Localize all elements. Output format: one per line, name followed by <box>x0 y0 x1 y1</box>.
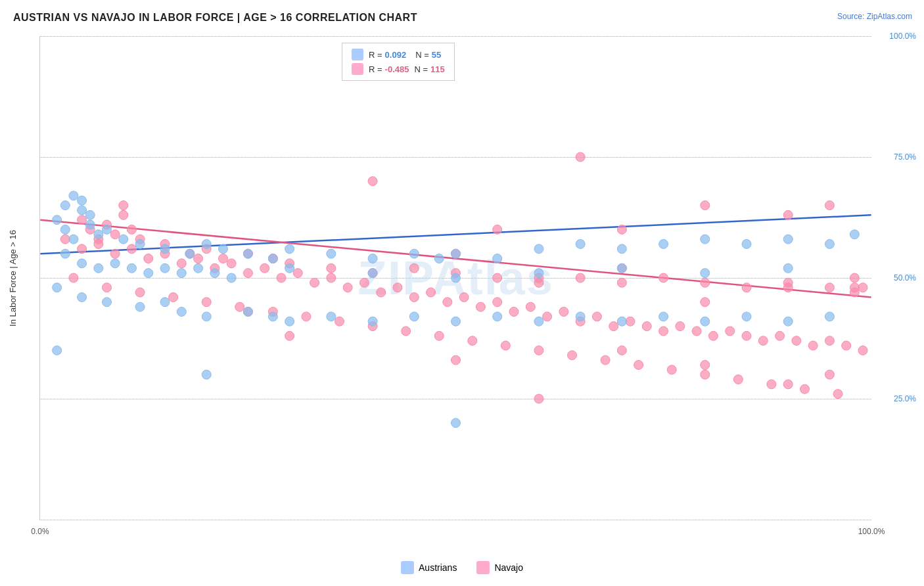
svg-point-170 <box>177 269 186 278</box>
svg-point-140 <box>135 239 145 248</box>
svg-point-113 <box>825 201 834 210</box>
svg-point-171 <box>194 263 203 273</box>
svg-point-154 <box>534 244 543 254</box>
y-tick-25: 25.0% <box>894 394 916 403</box>
legend-navajo: R = -0.485 N = 115 <box>352 63 445 75</box>
svg-point-54 <box>427 288 436 297</box>
svg-point-27 <box>742 283 751 292</box>
y-tick-50: 50.0% <box>894 273 916 282</box>
svg-point-163 <box>60 249 70 258</box>
svg-point-53 <box>409 292 419 302</box>
svg-point-72 <box>726 327 735 336</box>
x-tick-100: 100.0% <box>858 527 885 536</box>
svg-point-91 <box>402 327 411 336</box>
svg-point-102 <box>767 380 776 389</box>
svg-point-186 <box>103 298 112 307</box>
svg-point-153 <box>493 254 502 263</box>
svg-point-103 <box>800 384 810 394</box>
x-tick-0: 0.0% <box>31 527 49 536</box>
svg-point-60 <box>526 302 535 311</box>
svg-point-144 <box>219 244 228 254</box>
svg-point-88 <box>302 312 311 321</box>
svg-point-32 <box>60 235 70 244</box>
svg-point-128 <box>53 215 62 225</box>
svg-point-24 <box>617 278 626 287</box>
svg-point-7 <box>119 210 128 219</box>
svg-point-101 <box>733 375 743 384</box>
svg-point-29 <box>825 283 834 292</box>
svg-point-45 <box>277 273 286 282</box>
svg-point-135 <box>78 196 87 205</box>
svg-point-131 <box>78 206 87 215</box>
svg-point-35 <box>110 249 120 258</box>
svg-point-8 <box>127 225 136 234</box>
svg-point-100 <box>701 370 710 379</box>
svg-point-120 <box>825 370 834 379</box>
svg-point-71 <box>708 331 718 340</box>
navajo-swatch <box>352 63 363 75</box>
svg-point-201 <box>617 317 626 326</box>
svg-point-156 <box>617 244 626 254</box>
svg-point-44 <box>260 263 269 273</box>
svg-point-173 <box>227 273 236 282</box>
svg-point-13 <box>219 254 228 263</box>
chart-container: AUSTRIAN VS NAVAJO IN LABOR FORCE | AGE … <box>0 0 924 586</box>
svg-point-51 <box>377 288 386 297</box>
svg-point-175 <box>368 269 377 278</box>
svg-point-183 <box>451 418 461 428</box>
svg-point-47 <box>310 278 319 287</box>
svg-point-68 <box>659 327 668 336</box>
svg-point-6 <box>110 230 120 239</box>
svg-point-132 <box>85 220 95 229</box>
svg-point-141 <box>160 244 170 254</box>
svg-point-25 <box>659 273 668 282</box>
svg-point-56 <box>459 292 469 302</box>
svg-point-119 <box>783 380 793 389</box>
svg-point-142 <box>185 249 195 258</box>
legend-box: R = 0.092 N = 55 R = -0.485 N = 115 <box>342 43 455 81</box>
svg-point-162 <box>850 230 859 239</box>
svg-point-23 <box>576 273 585 282</box>
svg-point-185 <box>78 292 87 302</box>
svg-point-81 <box>69 273 78 282</box>
scatter-plot <box>40 36 871 520</box>
svg-point-205 <box>783 317 793 326</box>
svg-point-79 <box>842 341 851 350</box>
svg-point-130 <box>69 235 78 244</box>
svg-point-19 <box>409 263 419 273</box>
svg-point-69 <box>676 322 685 331</box>
svg-point-116 <box>534 394 543 403</box>
svg-point-40 <box>194 254 203 263</box>
svg-point-92 <box>434 331 444 340</box>
svg-point-126 <box>701 298 710 307</box>
bottom-legend-austrians: Austrians <box>401 561 457 574</box>
svg-point-57 <box>476 302 485 311</box>
bottom-legend-navajo: Navajo <box>476 561 523 574</box>
svg-point-191 <box>243 307 252 317</box>
svg-point-77 <box>808 341 818 350</box>
gridline-0 <box>40 520 871 520</box>
svg-point-129 <box>60 225 70 234</box>
svg-point-83 <box>135 288 145 297</box>
svg-point-59 <box>509 307 519 317</box>
legend-austrians: R = 0.092 N = 55 <box>352 49 445 60</box>
svg-point-66 <box>626 317 635 326</box>
svg-point-143 <box>202 239 211 248</box>
svg-point-62 <box>559 307 568 317</box>
svg-point-95 <box>534 346 543 355</box>
svg-point-168 <box>144 269 153 278</box>
svg-point-179 <box>701 269 710 278</box>
svg-point-200 <box>576 312 585 321</box>
svg-point-65 <box>609 322 618 331</box>
svg-point-97 <box>601 355 610 365</box>
svg-point-202 <box>659 312 668 321</box>
svg-point-94 <box>501 341 510 350</box>
svg-point-160 <box>783 235 793 244</box>
svg-point-17 <box>327 263 336 273</box>
svg-point-105 <box>119 201 128 210</box>
svg-point-75 <box>775 331 785 340</box>
plot-area: ZIPAtlas 100.0% 75.0% 50.0% 25.0% 0.0% 1… <box>39 36 871 520</box>
svg-point-96 <box>568 351 577 360</box>
svg-point-159 <box>742 239 751 248</box>
navajo-r-label: R = <box>369 64 382 74</box>
